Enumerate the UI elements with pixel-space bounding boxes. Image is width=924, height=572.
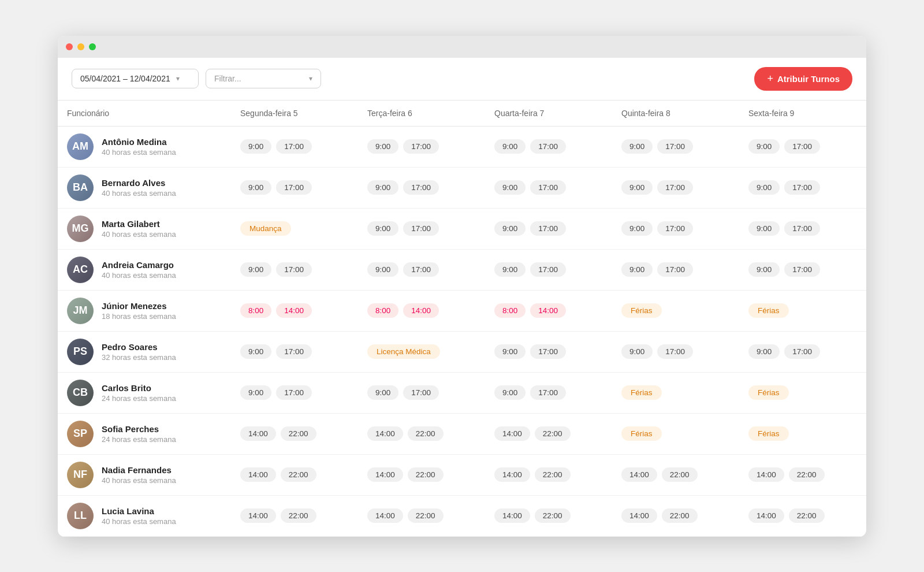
shift-cell-friday[interactable]: 9:00 17:00 bbox=[739, 126, 866, 167]
shift-cell-thursday[interactable]: 14:00 22:00 bbox=[612, 495, 739, 536]
shift-cell-thursday[interactable]: Férias bbox=[612, 290, 739, 331]
table-row[interactable]: CB Carlos Brito 24 horas esta semana 9:0… bbox=[58, 372, 866, 413]
avatar: BA bbox=[67, 174, 94, 201]
shift-cell-wednesday[interactable]: 9:00 17:00 bbox=[485, 249, 612, 290]
end-time: 17:00 bbox=[530, 139, 566, 154]
shift-cell-monday[interactable]: 8:00 14:00 bbox=[231, 290, 358, 331]
start-time: 9:00 bbox=[494, 262, 526, 277]
shift-cell-tuesday[interactable]: 9:00 17:00 bbox=[358, 249, 485, 290]
atribuir-turnos-button[interactable]: + Atribuir Turnos bbox=[754, 67, 852, 91]
shift-cell-monday[interactable]: 9:00 17:00 bbox=[231, 126, 358, 167]
shift-cell-wednesday[interactable]: 9:00 17:00 bbox=[485, 372, 612, 413]
shift-cell-monday[interactable]: 9:00 17:00 bbox=[231, 372, 358, 413]
shift-cell-friday[interactable]: Férias bbox=[739, 372, 866, 413]
shift-cell-wednesday[interactable]: 14:00 22:00 bbox=[485, 495, 612, 536]
employee-info: Bernardo Alves 40 horas esta semana bbox=[102, 178, 176, 198]
table-row[interactable]: PS Pedro Soares 32 horas esta semana 9:0… bbox=[58, 331, 866, 372]
shift-cell-monday[interactable]: Mudança bbox=[231, 208, 358, 249]
minimize-dot[interactable] bbox=[77, 43, 84, 50]
shift-cell-tuesday[interactable]: 9:00 17:00 bbox=[358, 372, 485, 413]
end-time: 17:00 bbox=[657, 180, 693, 195]
shift-cell-monday[interactable]: 14:00 22:00 bbox=[231, 495, 358, 536]
shift-cell-wednesday[interactable]: 9:00 17:00 bbox=[485, 208, 612, 249]
shift-cell-wednesday[interactable]: 9:00 17:00 bbox=[485, 126, 612, 167]
shift-cell-tuesday[interactable]: 9:00 17:00 bbox=[358, 208, 485, 249]
shift-times: 9:00 17:00 bbox=[240, 254, 349, 285]
table-row[interactable]: BA Bernardo Alves 40 horas esta semana 9… bbox=[58, 167, 866, 208]
shift-cell-tuesday[interactable]: Licença Médica bbox=[358, 331, 485, 372]
table-row[interactable]: NF Nadia Fernandes 40 horas esta semana … bbox=[58, 454, 866, 495]
shift-cell-tuesday[interactable]: 14:00 22:00 bbox=[358, 495, 485, 536]
special-badge: Mudança bbox=[240, 221, 291, 236]
shift-cell-thursday[interactable]: 9:00 17:00 bbox=[612, 167, 739, 208]
table-row[interactable]: AM Antônio Medina 40 horas esta semana 9… bbox=[58, 126, 866, 167]
shift-cell-friday[interactable]: 14:00 22:00 bbox=[739, 495, 866, 536]
start-time: 8:00 bbox=[240, 303, 271, 318]
shift-cell-wednesday[interactable]: 14:00 22:00 bbox=[485, 454, 612, 495]
shift-cell-thursday[interactable]: Férias bbox=[612, 413, 739, 454]
start-time: 9:00 bbox=[621, 139, 653, 154]
chevron-down-icon: ▾ bbox=[176, 75, 180, 83]
end-time: 14:00 bbox=[403, 303, 439, 318]
table-row[interactable]: AC Andreia Camargo 40 horas esta semana … bbox=[58, 249, 866, 290]
table-row[interactable]: LL Lucia Lavina 40 horas esta semana 14:… bbox=[58, 495, 866, 536]
employee-hours: 40 horas esta semana bbox=[102, 148, 176, 157]
shift-cell-thursday[interactable]: 9:00 17:00 bbox=[612, 249, 739, 290]
start-time: 9:00 bbox=[748, 180, 780, 195]
date-picker[interactable]: 05/04/2021 – 12/04/2021 ▾ bbox=[72, 69, 199, 88]
special-shift: Férias bbox=[748, 295, 857, 326]
shift-cell-friday[interactable]: 9:00 17:00 bbox=[739, 167, 866, 208]
shift-cell-wednesday[interactable]: 14:00 22:00 bbox=[485, 413, 612, 454]
chevron-down-icon: ▾ bbox=[309, 75, 312, 83]
shift-cell-thursday[interactable]: 9:00 17:00 bbox=[612, 331, 739, 372]
shift-cell-tuesday[interactable]: 9:00 17:00 bbox=[358, 167, 485, 208]
shift-times: 14:00 22:00 bbox=[621, 500, 730, 531]
end-time: 22:00 bbox=[281, 508, 316, 523]
shift-cell-thursday[interactable]: 9:00 17:00 bbox=[612, 208, 739, 249]
start-time: 9:00 bbox=[748, 139, 780, 154]
shift-cell-thursday[interactable]: 14:00 22:00 bbox=[612, 454, 739, 495]
end-time: 17:00 bbox=[784, 221, 820, 236]
col-tuesday: Terça-feira 6 bbox=[358, 101, 485, 127]
shift-cell-friday[interactable]: Férias bbox=[739, 413, 866, 454]
shift-cell-friday[interactable]: 9:00 17:00 bbox=[739, 208, 866, 249]
start-time: 14:00 bbox=[494, 467, 530, 482]
shift-cell-thursday[interactable]: 9:00 17:00 bbox=[612, 126, 739, 167]
shift-cell-tuesday[interactable]: 14:00 22:00 bbox=[358, 413, 485, 454]
table-row[interactable]: MG Marta Gilabert 40 horas esta semana M… bbox=[58, 208, 866, 249]
shift-cell-friday[interactable]: 9:00 17:00 bbox=[739, 331, 866, 372]
shift-cell-monday[interactable]: 14:00 22:00 bbox=[231, 413, 358, 454]
shift-cell-tuesday[interactable]: 9:00 17:00 bbox=[358, 126, 485, 167]
shift-cell-monday[interactable]: 9:00 17:00 bbox=[231, 331, 358, 372]
shift-cell-tuesday[interactable]: 14:00 22:00 bbox=[358, 454, 485, 495]
start-time: 9:00 bbox=[367, 385, 398, 400]
shift-cell-friday[interactable]: 9:00 17:00 bbox=[739, 249, 866, 290]
shift-cell-tuesday[interactable]: 8:00 14:00 bbox=[358, 290, 485, 331]
start-time: 9:00 bbox=[494, 344, 526, 359]
start-time: 9:00 bbox=[494, 139, 526, 154]
close-dot[interactable] bbox=[66, 43, 73, 50]
filter-select[interactable]: Filtrar... ▾ bbox=[206, 69, 321, 88]
shift-cell-thursday[interactable]: Férias bbox=[612, 372, 739, 413]
shift-cell-wednesday[interactable]: 9:00 17:00 bbox=[485, 331, 612, 372]
shift-times: 14:00 22:00 bbox=[748, 459, 857, 490]
shift-times: 9:00 17:00 bbox=[367, 172, 476, 203]
shift-cell-monday[interactable]: 9:00 17:00 bbox=[231, 249, 358, 290]
shift-cell-friday[interactable]: 14:00 22:00 bbox=[739, 454, 866, 495]
special-badge: Licença Médica bbox=[367, 344, 440, 359]
shift-times: 9:00 17:00 bbox=[621, 213, 730, 244]
shift-cell-friday[interactable]: Férias bbox=[739, 290, 866, 331]
shift-cell-wednesday[interactable]: 8:00 14:00 bbox=[485, 290, 612, 331]
start-time: 14:00 bbox=[621, 467, 657, 482]
shift-cell-wednesday[interactable]: 9:00 17:00 bbox=[485, 167, 612, 208]
maximize-dot[interactable] bbox=[89, 43, 96, 50]
employee-name: Bernardo Alves bbox=[102, 178, 176, 188]
shift-cell-monday[interactable]: 14:00 22:00 bbox=[231, 454, 358, 495]
shift-cell-monday[interactable]: 9:00 17:00 bbox=[231, 167, 358, 208]
employee-name: Nadia Fernandes bbox=[102, 465, 176, 475]
end-time: 22:00 bbox=[408, 508, 444, 523]
table-row[interactable]: JM Júnior Menezes 18 horas esta semana 8… bbox=[58, 290, 866, 331]
special-shift: Mudança bbox=[240, 213, 349, 244]
shift-times: 14:00 22:00 bbox=[494, 459, 603, 490]
table-row[interactable]: SP Sofia Perches 24 horas esta semana 14… bbox=[58, 413, 866, 454]
